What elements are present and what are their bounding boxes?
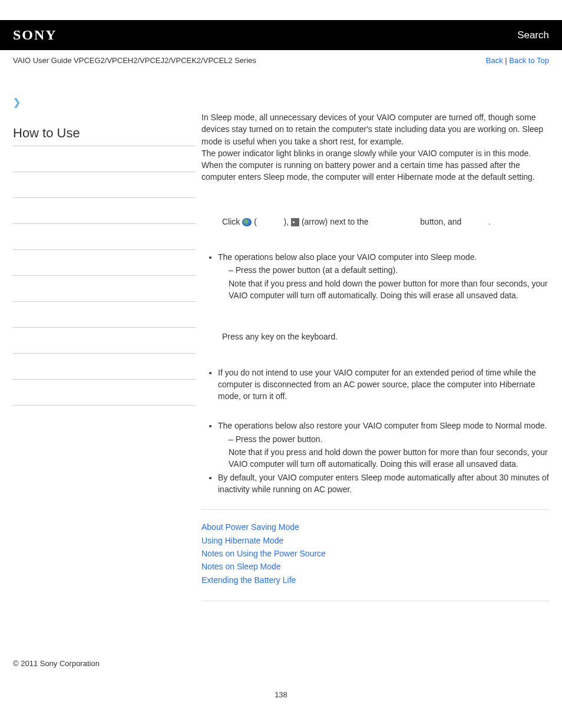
sidebar-item[interactable]: [13, 250, 196, 276]
sidebar-item[interactable]: [13, 302, 196, 328]
text: (arrow) next to the: [302, 217, 369, 226]
sidebar-item[interactable]: [13, 276, 196, 302]
intro-text-2: The power indicator light blinks in oran…: [201, 147, 549, 183]
resume-instruction: Press any key on the keyboard.: [222, 331, 549, 342]
search-link[interactable]: Search: [517, 29, 549, 41]
arrow-icon: [291, 218, 299, 226]
sub-note: Note that if you press and hold down the…: [229, 278, 549, 302]
sidebar-item[interactable]: [13, 380, 196, 406]
text: Click: [222, 217, 242, 226]
related-link[interactable]: Notes on Sleep Mode: [201, 560, 549, 573]
back-to-top-link[interactable]: Back to Top: [509, 56, 549, 65]
related-link[interactable]: Notes on Using the Power Source: [201, 547, 549, 560]
content-area: In Sleep mode, all unnecessary devices o…: [196, 97, 549, 612]
sidebar-item[interactable]: [13, 224, 196, 250]
content-divider: [201, 509, 549, 510]
copyright: © 2011 Sony Corporation: [13, 659, 100, 668]
sidebar-item[interactable]: [13, 354, 196, 380]
nav-links: Back | Back to Top: [486, 56, 549, 65]
sidebar: ❯ How to Use: [13, 97, 196, 612]
sub-item: Press the power button (at a default set…: [229, 264, 549, 276]
text: button, and: [420, 217, 461, 226]
sidebar-item[interactable]: [13, 328, 196, 354]
note-list-2: If you do not intend to use your VAIO co…: [218, 367, 549, 403]
sub-bar: VAIO User Guide VPCEG2/VPCEH2/VPCEJ2/VPC…: [0, 50, 562, 67]
note-list-1: The operations below also place your VAI…: [218, 251, 549, 301]
text: (: [254, 217, 257, 226]
sidebar-item[interactable]: [13, 172, 196, 198]
chevron-right-icon: ❯: [13, 97, 196, 108]
list-item: The operations below also restore your V…: [218, 420, 549, 470]
sidebar-title: How to Use: [13, 126, 196, 141]
related-link[interactable]: About Power Saving Mode: [201, 521, 549, 533]
sidebar-item[interactable]: [13, 198, 196, 224]
related-link[interactable]: Using Hibernate Mode: [201, 534, 549, 547]
back-link[interactable]: Back: [486, 56, 503, 65]
note-list-3: The operations below also restore your V…: [218, 420, 549, 495]
instruction-line: Click ( ), (arrow) next to the button, a…: [222, 216, 549, 228]
related-link[interactable]: Extending the Battery Life: [201, 574, 549, 587]
intro-text: In Sleep mode, all unnecessary devices o…: [201, 111, 549, 147]
start-icon: [242, 218, 252, 226]
text: ),: [284, 217, 291, 226]
footer: © 2011 Sony Corporation: [0, 647, 562, 680]
sub-item: Press the power button.: [229, 433, 549, 445]
li-text: The operations below also restore your V…: [218, 421, 547, 430]
header-bar: SONY Search: [0, 20, 562, 50]
li-text: The operations below also place your VAI…: [218, 252, 477, 262]
sub-note: Note that if you press and hold down the…: [229, 446, 549, 470]
list-item: By default, your VAIO computer enters Sl…: [218, 472, 549, 496]
sidebar-item[interactable]: [13, 146, 196, 172]
text: .: [488, 217, 491, 226]
main-area: ❯ How to Use In Sleep mode, all unnecess…: [0, 97, 562, 612]
page-number: 138: [0, 690, 562, 699]
sony-logo: SONY: [13, 27, 57, 43]
related-links: About Power Saving Mode Using Hibernate …: [201, 521, 549, 587]
guide-title: VAIO User Guide VPCEG2/VPCEH2/VPCEJ2/VPC…: [13, 56, 256, 65]
list-item: The operations below also place your VAI…: [218, 251, 549, 301]
content-divider: [201, 601, 549, 601]
list-item: If you do not intend to use your VAIO co…: [218, 367, 549, 403]
